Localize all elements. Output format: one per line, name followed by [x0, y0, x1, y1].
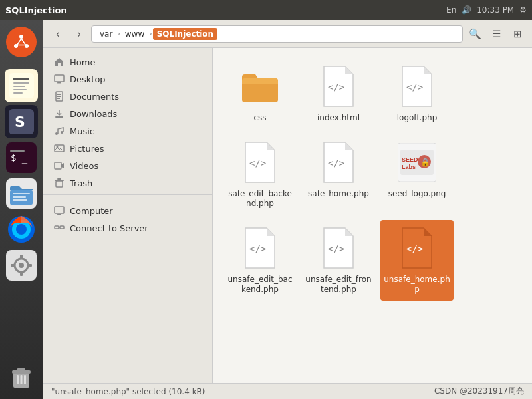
forward-button[interactable]: › [70, 25, 88, 43]
file-name-safe-home: safe_home.php [308, 189, 369, 200]
svg-rect-5 [13, 78, 29, 80]
svg-rect-49 [56, 181, 63, 187]
file-name-unsafe-edit-backend: unsafe_edit_backend.php [227, 275, 293, 295]
sidebar-label-desktop: Desktop [70, 74, 201, 84]
volume-icon: 🔊 [462, 5, 471, 15]
breadcrumb-sep-2: › [148, 29, 152, 38]
dock-item-firefox[interactable] [5, 213, 38, 246]
svg-rect-27 [20, 272, 23, 276]
breadcrumb-sep-1: › [116, 29, 120, 38]
dock-item-ubuntu[interactable] [5, 25, 38, 59]
sidebar-label-home: Home [70, 57, 201, 67]
titlebar-controls: En 🔊 10:33 PM ⚙ [446, 5, 527, 15]
sidebar-item-trash[interactable]: Trash [43, 174, 212, 192]
svg-rect-17 [13, 193, 30, 194]
svg-text:</>: </> [328, 158, 344, 168]
breadcrumb-item-www[interactable]: www [121, 28, 148, 40]
file-item-css[interactable]: css [223, 59, 297, 129]
dock-item-terminal[interactable]: $ _ [5, 141, 38, 174]
documents-icon [54, 91, 65, 102]
file-item-logoff-php[interactable]: </> logoff.php [380, 59, 454, 129]
svg-rect-36 [55, 75, 64, 82]
breadcrumb-item-sqlinjection[interactable]: SQLInjection [153, 28, 218, 40]
sidebar-item-desktop[interactable]: Desktop [43, 70, 212, 88]
sidebar-item-pictures[interactable]: Pictures [43, 140, 212, 157]
php-icon-logoff: </> [397, 64, 437, 109]
svg-rect-40 [57, 94, 61, 95]
sidebar-item-music[interactable]: Music [43, 122, 212, 140]
php-icon-unsafe-home: </> [397, 225, 437, 271]
clock: 10:33 PM [477, 5, 514, 15]
grid-view-button[interactable]: ⊞ [508, 25, 527, 43]
sidebar-label-pictures: Pictures [70, 144, 201, 154]
svg-rect-53 [57, 214, 61, 215]
status-watermark: CSDN @20231917周亮 [434, 386, 524, 397]
sidebar-item-computer[interactable]: Computer [43, 202, 212, 219]
sidebar-label-documents: Documents [70, 92, 201, 102]
dock-item-text-editor[interactable] [5, 69, 38, 102]
file-item-unsafe-home[interactable]: </> unsafe_home.php [380, 220, 454, 301]
svg-text:S: S [15, 114, 25, 130]
dock-item-sublime[interactable]: S [5, 105, 38, 138]
sidebar-item-documents[interactable]: Documents [43, 88, 212, 105]
connect-icon [54, 223, 65, 233]
toolbar: ‹ › var › www › SQLInjection 🔍 ☰ ⊞ [43, 20, 532, 48]
sidebar-item-downloads[interactable]: Downloads [43, 105, 212, 122]
sidebar-label-music: Music [70, 126, 201, 136]
titlebar: SQLInjection En 🔊 10:33 PM ⚙ [0, 0, 532, 20]
sidebar-item-home[interactable]: Home [43, 53, 212, 70]
file-manager: ‹ › var › www › SQLInjection 🔍 ☰ ⊞ Ho [43, 20, 532, 399]
file-item-unsafe-edit-frontend[interactable]: </> unsafe_edit_frontend.php [302, 220, 375, 301]
php-icon-safe-edit-backend: </> [240, 140, 280, 185]
sidebar-label-videos: Videos [70, 161, 201, 171]
list-view-button[interactable]: ☰ [487, 25, 505, 43]
file-item-safe-edit-backend[interactable]: </> safe_edit_backend.php [223, 134, 297, 215]
svg-rect-28 [11, 264, 15, 267]
svg-text:</>: </> [249, 243, 266, 254]
file-name-seed-logo: seed_logo.png [388, 189, 446, 200]
svg-rect-42 [57, 98, 60, 99]
php-icon-unsafe-edit-backend: </> [240, 225, 280, 271]
search-button[interactable]: 🔍 [466, 25, 484, 43]
svg-rect-35 [24, 375, 26, 384]
sidebar-item-videos[interactable]: Videos [43, 157, 212, 174]
file-item-safe-home[interactable]: </> safe_home.php [302, 134, 375, 215]
content-area: Home Desktop Documents [43, 48, 532, 383]
image-icon-seed-logo: SEED Labs 🔒 [397, 140, 437, 185]
dock-item-trash[interactable] [5, 360, 38, 394]
statusbar: "unsafe_home.php" selected (10.4 kB) CSD… [43, 383, 532, 399]
svg-text:🔒: 🔒 [420, 157, 430, 167]
sidebar-item-connect[interactable]: Connect to Server [43, 219, 212, 237]
file-item-index-html[interactable]: </> index.html [302, 59, 375, 129]
pictures-icon [54, 143, 65, 154]
keyboard-indicator: En [446, 5, 456, 15]
back-button[interactable]: ‹ [49, 25, 67, 43]
dock-item-tools[interactable] [5, 249, 38, 282]
svg-rect-50 [55, 180, 64, 181]
music-icon [54, 126, 65, 136]
app-wrapper: S $ _ [0, 20, 532, 399]
status-selected-info: "unsafe_home.php" selected (10.4 kB) [51, 387, 205, 396]
file-item-seed-logo[interactable]: SEED Labs 🔒 seed_logo.png [380, 134, 454, 215]
svg-point-22 [16, 224, 27, 235]
svg-rect-8 [13, 89, 27, 90]
svg-text:</>: </> [328, 82, 344, 92]
desktop-icon [54, 74, 65, 84]
svg-text:</>: </> [406, 243, 423, 254]
svg-point-44 [55, 132, 58, 135]
dock-item-files[interactable] [5, 177, 38, 210]
computer-icon [54, 205, 65, 216]
file-item-unsafe-edit-backend[interactable]: </> unsafe_edit_backend.php [223, 220, 297, 301]
svg-point-25 [19, 263, 24, 268]
php-icon-safe-home: </> [319, 140, 358, 185]
svg-rect-55 [60, 226, 64, 229]
file-name-index-html: index.html [317, 113, 360, 124]
sidebar: Home Desktop Documents [43, 48, 213, 383]
settings-icon[interactable]: ⚙ [519, 5, 527, 15]
svg-rect-38 [58, 82, 61, 83]
svg-text:SEED: SEED [402, 156, 418, 163]
svg-rect-26 [20, 255, 23, 259]
downloads-icon [54, 108, 65, 119]
file-name-logoff-php: logoff.php [397, 113, 438, 124]
breadcrumb-item-var[interactable]: var [96, 28, 116, 40]
